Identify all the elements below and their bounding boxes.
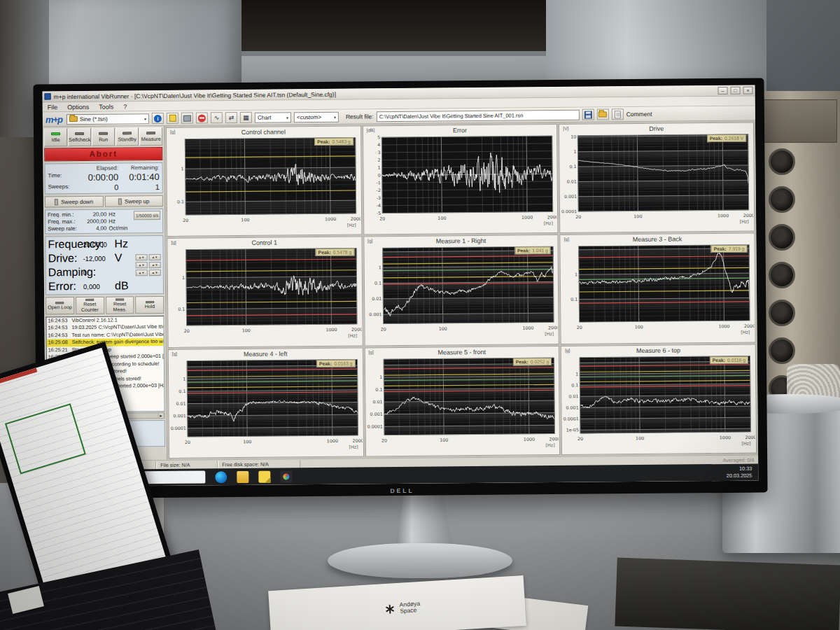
axis-unit-label: [g] xyxy=(368,239,372,244)
arrange-button[interactable]: ⇄ xyxy=(225,112,237,123)
stop-button[interactable] xyxy=(196,112,208,123)
stop-icon xyxy=(198,114,206,122)
chart-plot[interactable]: 10.12010010002000[Hz] xyxy=(167,136,360,234)
sweep-up-button[interactable]: Sweep up xyxy=(104,195,163,207)
abort-button[interactable]: Abort xyxy=(44,147,162,161)
chart-cell-error[interactable]: Error[dB]543210-1-2-3-4-52010010002000[H… xyxy=(363,124,559,235)
svg-text:1: 1 xyxy=(182,275,185,280)
spin-up-icon[interactable]: ▲▼ xyxy=(149,253,161,260)
panels-button[interactable] xyxy=(181,113,193,124)
chart-plot[interactable]: 10.10.010.0010.00012010010002000[Hz] xyxy=(169,357,363,455)
svg-text:[Hz]: [Hz] xyxy=(742,440,751,445)
folder-icon xyxy=(598,111,607,117)
chart-dropdown[interactable]: Chart▾ xyxy=(255,112,291,122)
open-folder-icon xyxy=(69,116,78,122)
elapsed-header: Elapsed: xyxy=(77,165,118,172)
file-explorer-icon[interactable] xyxy=(237,470,248,482)
svg-text:1000: 1000 xyxy=(720,435,731,440)
custom-dropdown[interactable]: <custom>▾ xyxy=(294,111,339,122)
edge-browser-icon[interactable] xyxy=(215,471,227,483)
clock-time: 10:33 xyxy=(739,465,752,472)
svg-text:1000: 1000 xyxy=(326,327,337,332)
sweeps-label: Sweeps: xyxy=(48,183,78,192)
chart-plot[interactable]: 10.10.010.0010.00011e-052010010002000[Hz… xyxy=(562,354,755,451)
svg-text:-3: -3 xyxy=(376,195,380,200)
browse-button[interactable] xyxy=(597,108,609,120)
spin-up-icon[interactable]: ▲▼ xyxy=(136,254,148,260)
spin-up-icon[interactable]: ▲▼ xyxy=(136,262,148,268)
reset-meas-button[interactable]: Reset Meas. xyxy=(106,296,134,314)
svg-text:2000: 2000 xyxy=(548,326,558,330)
svg-text:2000: 2000 xyxy=(352,438,362,442)
menu-file[interactable]: File xyxy=(43,104,63,111)
test-type-dropdown[interactable]: Sine (*.tsn)▾ xyxy=(66,113,149,125)
menu-tools[interactable]: Tools xyxy=(94,103,118,110)
drive-value: -12,000 xyxy=(83,254,115,262)
state-button-idle[interactable]: Idle xyxy=(44,128,67,146)
menu-options[interactable]: Options xyxy=(62,103,94,110)
damping-value: 0 xyxy=(83,268,115,276)
maximize-button[interactable]: □ xyxy=(731,87,741,94)
save-button[interactable] xyxy=(582,109,594,120)
chart-plot[interactable]: 10.12010010002000[Hz] xyxy=(561,243,755,341)
chart-cell-measure-1-right[interactable]: Measure 1 - Right[g]Peak:1.041 g10.10.01… xyxy=(363,234,559,346)
chart-cell-measure-4-left[interactable]: Measure 4 - left[g]Peak:0.0163 g10.10.01… xyxy=(168,347,364,458)
spin-up-icon[interactable]: ▲▼ xyxy=(136,270,148,276)
chart-cell-measure-6-top[interactable]: Measure 6 - top[g]Peak:0.0116 g10.10.010… xyxy=(561,344,757,455)
spin-up-icon[interactable]: ▲▼ xyxy=(149,261,161,267)
chart-cell-control-channel[interactable]: Control channel[g]Peak:0.5483 g10.120100… xyxy=(166,125,362,237)
slider-icon xyxy=(118,198,122,204)
state-button-measure[interactable]: Measure xyxy=(139,127,162,146)
taskbar-clock[interactable]: 10:33 20.03.2025 xyxy=(727,465,759,479)
chart-plot[interactable]: 1010.10.010.0010.00012010010002000[Hz] xyxy=(560,132,753,230)
resolution-button[interactable]: 1/50000 s/s xyxy=(134,211,160,220)
chart-plot[interactable]: 10.10.010.0012010010002000[Hz] xyxy=(365,244,558,342)
grid-icon: ▦ xyxy=(243,114,249,120)
state-button-selfcheck[interactable]: Selfcheck xyxy=(68,128,91,146)
sticky-notes-icon[interactable] xyxy=(258,470,270,482)
layout-button[interactable]: ▦ xyxy=(240,112,252,123)
svg-text:2000: 2000 xyxy=(547,214,556,219)
open-loop-button[interactable]: Open Loop xyxy=(46,297,74,314)
svg-text:0.01: 0.01 xyxy=(372,296,382,301)
close-button[interactable]: × xyxy=(743,87,753,94)
chart-plot[interactable]: 543210-1-2-3-4-52010010002000[Hz] xyxy=(364,134,557,232)
sweep-down-button[interactable]: Sweep down xyxy=(45,196,104,208)
svg-text:0.001: 0.001 xyxy=(564,194,577,199)
svg-text:1000: 1000 xyxy=(719,324,730,329)
chart-cell-control-1[interactable]: Control 1[g]Peak:0.5478 g10.120100100020… xyxy=(167,237,363,348)
state-button-standby[interactable]: Standby xyxy=(115,127,139,146)
chart-cell-measure-3-back[interactable]: Measure 3 - Back[g]Peak:7.919 g10.120100… xyxy=(560,233,756,344)
svg-text:20: 20 xyxy=(382,438,387,442)
state-button-run[interactable]: Run xyxy=(92,128,115,146)
notes-button[interactable] xyxy=(167,113,178,124)
note-icon xyxy=(169,115,176,122)
hold-button[interactable]: Hold xyxy=(135,296,164,314)
svg-text:1000: 1000 xyxy=(522,326,533,330)
sweep-rate-label: Sweep rate: xyxy=(48,225,87,232)
spin-up-icon[interactable]: ▲▼ xyxy=(149,269,161,275)
scroll-right-icon[interactable]: ► xyxy=(158,412,164,419)
floppy-icon xyxy=(584,111,592,118)
svg-text:100: 100 xyxy=(243,439,251,444)
menu-help[interactable]: ? xyxy=(118,103,132,110)
chart-plot[interactable]: 10.12010010002000[Hz] xyxy=(168,246,361,344)
reset-counter-button[interactable]: Reset Counter xyxy=(76,297,104,314)
chart-plot[interactable]: 10.10.010.0010.00012010010002000[Hz] xyxy=(366,356,559,454)
slider-icon xyxy=(55,199,58,205)
svg-text:[Hz]: [Hz] xyxy=(740,219,749,224)
svg-text:1: 1 xyxy=(379,374,382,379)
chart-cell-measure-5-front[interactable]: Measure 5 - front[g]Peak:0.0252 g10.10.0… xyxy=(364,346,560,457)
svg-text:1: 1 xyxy=(575,371,578,376)
chart-cell-drive[interactable]: Drive[V]Peak:0.2618 V1010.10.010.0010.00… xyxy=(559,122,755,234)
result-file-input[interactable] xyxy=(377,109,580,122)
svg-text:20: 20 xyxy=(184,328,190,333)
signal-button[interactable]: ∿ xyxy=(211,112,223,123)
info-button[interactable]: i xyxy=(152,113,164,124)
axis-unit-label: [dB] xyxy=(367,127,375,132)
waveform-icon: ∿ xyxy=(214,115,220,121)
svg-text:2: 2 xyxy=(377,158,380,162)
app-thumbnail-icon[interactable] xyxy=(280,470,292,482)
minimize-button[interactable]: – xyxy=(718,87,728,94)
comment-button[interactable] xyxy=(612,108,624,120)
